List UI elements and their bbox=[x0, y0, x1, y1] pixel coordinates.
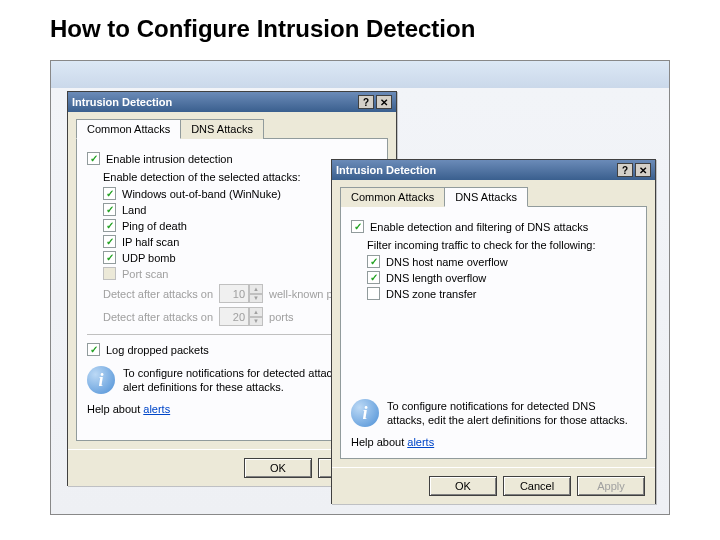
label-ports-suffix: ports bbox=[269, 311, 293, 323]
slide-title: How to Configure Intrusion Detection bbox=[0, 0, 720, 48]
tab-dns-attacks[interactable]: DNS Attacks bbox=[444, 187, 528, 207]
tab-strip: Common Attacks DNS Attacks bbox=[332, 180, 655, 206]
label-ip-half-scan: IP half scan bbox=[122, 236, 179, 248]
info-icon: i bbox=[87, 366, 115, 394]
info-text: To configure notifications for detected … bbox=[387, 399, 636, 428]
button-bar: OK Cancel Apply bbox=[332, 467, 655, 504]
alerts-link[interactable]: alerts bbox=[143, 403, 170, 415]
dialog-title: Intrusion Detection bbox=[336, 164, 436, 176]
label-enable-dns-detection: Enable detection and filtering of DNS at… bbox=[370, 221, 588, 233]
checkbox-udp-bomb[interactable] bbox=[103, 251, 116, 264]
checkbox-ip-half-scan[interactable] bbox=[103, 235, 116, 248]
checkbox-dns-hostname-overflow[interactable] bbox=[367, 255, 380, 268]
dialog-title: Intrusion Detection bbox=[72, 96, 172, 108]
checkbox-land[interactable] bbox=[103, 203, 116, 216]
checkbox-enable-intrusion[interactable] bbox=[87, 152, 100, 165]
spin-up-icon: ▲ bbox=[249, 284, 263, 294]
tab-panel-dns: Enable detection and filtering of DNS at… bbox=[340, 206, 647, 459]
help-row: Help about alerts bbox=[351, 436, 636, 448]
label-filter-incoming: Filter incoming traffic to check for the… bbox=[367, 239, 636, 251]
label-dns-zone-transfer: DNS zone transfer bbox=[386, 288, 476, 300]
ok-button[interactable]: OK bbox=[244, 458, 312, 478]
checkbox-ping-of-death[interactable] bbox=[103, 219, 116, 232]
input-ports bbox=[219, 307, 249, 326]
input-wellknown-ports bbox=[219, 284, 249, 303]
cancel-button[interactable]: Cancel bbox=[503, 476, 571, 496]
ok-button[interactable]: OK bbox=[429, 476, 497, 496]
label-dns-hostname-overflow: DNS host name overflow bbox=[386, 256, 508, 268]
spinner-wellknown-ports: ▲▼ bbox=[219, 284, 263, 303]
checkbox-dns-length-overflow[interactable] bbox=[367, 271, 380, 284]
tab-common-attacks[interactable]: Common Attacks bbox=[340, 187, 445, 207]
spin-down-icon: ▼ bbox=[249, 317, 263, 327]
tab-common-attacks[interactable]: Common Attacks bbox=[76, 119, 181, 139]
titlebar: Intrusion Detection ? ✕ bbox=[332, 160, 655, 180]
tab-strip: Common Attacks DNS Attacks bbox=[68, 112, 396, 138]
label-winnuke: Windows out-of-band (WinNuke) bbox=[122, 188, 281, 200]
help-button[interactable]: ? bbox=[617, 163, 633, 177]
checkbox-port-scan bbox=[103, 267, 116, 280]
help-button[interactable]: ? bbox=[358, 95, 374, 109]
label-detect-after-2: Detect after attacks on bbox=[103, 311, 213, 323]
checkbox-enable-dns-detection[interactable] bbox=[351, 220, 364, 233]
tab-dns-attacks[interactable]: DNS Attacks bbox=[180, 119, 264, 139]
label-ping-of-death: Ping of death bbox=[122, 220, 187, 232]
info-icon: i bbox=[351, 399, 379, 427]
label-dns-length-overflow: DNS length overflow bbox=[386, 272, 486, 284]
checkbox-dns-zone-transfer[interactable] bbox=[367, 287, 380, 300]
label-port-scan: Port scan bbox=[122, 268, 168, 280]
apply-button[interactable]: Apply bbox=[577, 476, 645, 496]
checkbox-winnuke[interactable] bbox=[103, 187, 116, 200]
help-prefix: Help about bbox=[351, 436, 407, 448]
label-udp-bomb: UDP bomb bbox=[122, 252, 176, 264]
checkbox-log-dropped[interactable] bbox=[87, 343, 100, 356]
close-button[interactable]: ✕ bbox=[635, 163, 651, 177]
alerts-link[interactable]: alerts bbox=[407, 436, 434, 448]
titlebar: Intrusion Detection ? ✕ bbox=[68, 92, 396, 112]
intrusion-dialog-dns: Intrusion Detection ? ✕ Common Attacks D… bbox=[331, 159, 656, 504]
label-detect-after-1: Detect after attacks on bbox=[103, 288, 213, 300]
spin-down-icon: ▼ bbox=[249, 294, 263, 304]
spinner-ports: ▲▼ bbox=[219, 307, 263, 326]
label-enable-intrusion: Enable intrusion detection bbox=[106, 153, 233, 165]
screenshot-frame: Intrusion Detection ? ✕ Common Attacks D… bbox=[50, 60, 670, 515]
close-button[interactable]: ✕ bbox=[376, 95, 392, 109]
label-land: Land bbox=[122, 204, 146, 216]
label-log-dropped: Log dropped packets bbox=[106, 344, 209, 356]
help-prefix: Help about bbox=[87, 403, 143, 415]
spin-up-icon: ▲ bbox=[249, 307, 263, 317]
